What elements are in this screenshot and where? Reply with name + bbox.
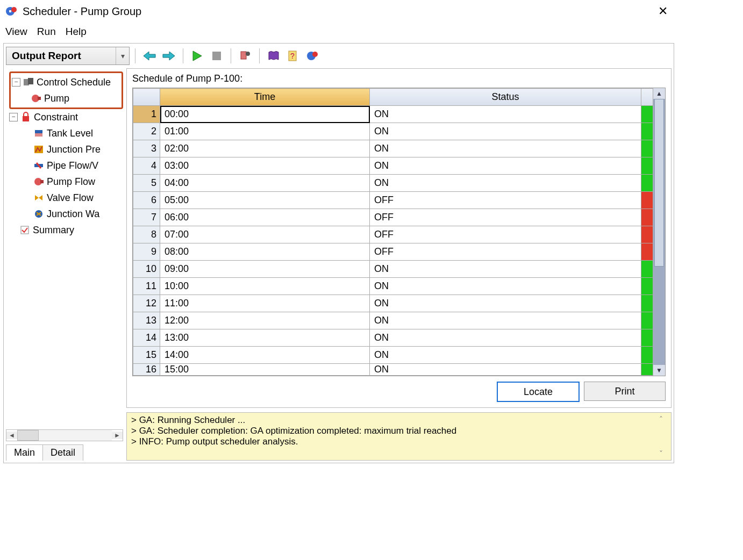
scroll-left-icon[interactable]: ◄ bbox=[6, 432, 17, 439]
row-number[interactable]: 6 bbox=[133, 192, 160, 209]
menu-run[interactable]: Run bbox=[37, 26, 56, 38]
table-row[interactable]: 706:00OFF bbox=[133, 209, 653, 226]
table-row[interactable]: 1211:00ON bbox=[133, 295, 653, 312]
print-button[interactable]: Print bbox=[584, 382, 666, 401]
scroll-right-icon[interactable]: ► bbox=[112, 432, 123, 439]
cell-status[interactable]: OFF bbox=[370, 243, 641, 261]
scroll-down-icon[interactable]: ▼ bbox=[653, 365, 665, 376]
cell-status[interactable]: ON bbox=[370, 261, 641, 278]
menu-help[interactable]: Help bbox=[66, 26, 87, 38]
forward-button[interactable] bbox=[160, 47, 177, 64]
cell-time[interactable]: 05:00 bbox=[160, 192, 370, 209]
table-row[interactable]: 807:00OFF bbox=[133, 226, 653, 243]
cell-time[interactable]: 12:00 bbox=[160, 312, 370, 329]
table-row[interactable]: 504:00ON bbox=[133, 175, 653, 192]
tree-item-valve-flow[interactable]: Valve Flow bbox=[9, 190, 123, 206]
schedule-grid[interactable]: Time Status 100:00ON201:00ON302:00ON403:… bbox=[133, 88, 653, 376]
table-row[interactable]: 1615:00ON bbox=[133, 364, 653, 376]
scroll-up-icon[interactable]: ˄ bbox=[659, 415, 663, 423]
cell-time[interactable]: 14:00 bbox=[160, 347, 370, 364]
cell-time[interactable]: 11:00 bbox=[160, 295, 370, 312]
scroll-down-icon[interactable]: ˅ bbox=[659, 449, 663, 458]
collapse-icon[interactable]: − bbox=[12, 78, 20, 87]
tree-item-pipe-flow[interactable]: Pipe Flow/V bbox=[9, 157, 123, 174]
collapse-icon[interactable]: − bbox=[9, 113, 18, 121]
cell-time[interactable]: 06:00 bbox=[160, 209, 370, 226]
cell-time[interactable]: 01:00 bbox=[160, 123, 370, 140]
scheduler-icon-button[interactable] bbox=[304, 47, 321, 64]
cell-time[interactable]: 09:00 bbox=[160, 261, 370, 278]
row-number[interactable]: 14 bbox=[133, 329, 160, 347]
cell-status[interactable]: ON bbox=[370, 106, 641, 123]
row-number[interactable]: 9 bbox=[133, 243, 160, 261]
cell-status[interactable]: OFF bbox=[370, 226, 641, 243]
table-row[interactable]: 1413:00ON bbox=[133, 329, 653, 347]
tree-item-summary[interactable]: Summary bbox=[9, 222, 123, 238]
scroll-thumb[interactable] bbox=[654, 99, 664, 267]
row-number[interactable]: 7 bbox=[133, 209, 160, 226]
table-row[interactable]: 1514:00ON bbox=[133, 347, 653, 364]
table-row[interactable]: 1110:00ON bbox=[133, 278, 653, 295]
cell-status[interactable]: ON bbox=[370, 157, 641, 175]
row-number[interactable]: 3 bbox=[133, 140, 160, 157]
cell-status[interactable]: ON bbox=[370, 295, 641, 312]
row-number[interactable]: 15 bbox=[133, 347, 160, 364]
grid-v-scrollbar[interactable]: ▲ ▼ bbox=[653, 88, 665, 376]
col-header-time[interactable]: Time bbox=[160, 89, 370, 106]
scroll-thumb[interactable] bbox=[17, 430, 39, 441]
row-number[interactable]: 16 bbox=[133, 364, 160, 376]
cell-time[interactable]: 15:00 bbox=[160, 364, 370, 376]
cell-status[interactable]: ON bbox=[370, 329, 641, 347]
cell-status[interactable]: ON bbox=[370, 312, 641, 329]
table-row[interactable]: 100:00ON bbox=[133, 106, 653, 123]
help-question-button[interactable]: ? bbox=[284, 47, 302, 64]
cell-status[interactable]: ON bbox=[370, 140, 641, 157]
tree-item-control-schedules[interactable]: − Control Schedule bbox=[12, 74, 120, 90]
close-button[interactable]: ✕ bbox=[654, 4, 672, 18]
tree-item-junction-water[interactable]: Junction Wa bbox=[9, 206, 123, 222]
menu-view[interactable]: View bbox=[5, 26, 27, 38]
table-row[interactable]: 201:00ON bbox=[133, 123, 653, 140]
log-v-scrollbar[interactable]: ˄ ˅ bbox=[655, 415, 667, 458]
scroll-up-icon[interactable]: ▲ bbox=[653, 88, 665, 99]
cell-time[interactable]: 08:00 bbox=[160, 243, 370, 261]
stop-button[interactable] bbox=[208, 47, 225, 64]
cell-time[interactable]: 00:00 bbox=[160, 106, 370, 123]
cell-status[interactable]: ON bbox=[370, 175, 641, 192]
row-number[interactable]: 11 bbox=[133, 278, 160, 295]
cell-status[interactable]: OFF bbox=[370, 192, 641, 209]
tree-item-constraint[interactable]: − Constraint bbox=[9, 109, 123, 125]
cell-status[interactable]: ON bbox=[370, 278, 641, 295]
table-row[interactable]: 908:00OFF bbox=[133, 243, 653, 261]
tab-main[interactable]: Main bbox=[6, 444, 43, 461]
help-book-button[interactable] bbox=[265, 47, 282, 64]
row-number[interactable]: 1 bbox=[133, 106, 160, 123]
tree-item-pump[interactable]: Pump bbox=[12, 90, 120, 106]
table-row[interactable]: 403:00ON bbox=[133, 157, 653, 175]
tab-detail[interactable]: Detail bbox=[42, 444, 83, 461]
tree-view[interactable]: − Control Schedule Pump − Constraint bbox=[6, 68, 123, 429]
cell-time[interactable]: 13:00 bbox=[160, 329, 370, 347]
cell-status[interactable]: ON bbox=[370, 364, 641, 376]
tree-item-pump-flow[interactable]: Pump Flow bbox=[9, 174, 123, 190]
tree-item-tank-level[interactable]: Tank Level bbox=[9, 125, 123, 141]
row-number[interactable]: 8 bbox=[133, 226, 160, 243]
table-row[interactable]: 1009:00ON bbox=[133, 261, 653, 278]
table-row[interactable]: 605:00OFF bbox=[133, 192, 653, 209]
back-button[interactable] bbox=[141, 47, 158, 64]
row-number[interactable]: 12 bbox=[133, 295, 160, 312]
cell-time[interactable]: 04:00 bbox=[160, 175, 370, 192]
col-header-status[interactable]: Status bbox=[370, 89, 641, 106]
table-row[interactable]: 302:00ON bbox=[133, 140, 653, 157]
report-combo[interactable]: Output Report ▾ bbox=[6, 47, 130, 65]
row-number[interactable]: 5 bbox=[133, 175, 160, 192]
cell-time[interactable]: 02:00 bbox=[160, 140, 370, 157]
row-number[interactable]: 4 bbox=[133, 157, 160, 175]
cell-time[interactable]: 10:00 bbox=[160, 278, 370, 295]
cell-status[interactable]: ON bbox=[370, 347, 641, 364]
options-button[interactable] bbox=[237, 47, 254, 64]
table-row[interactable]: 1312:00ON bbox=[133, 312, 653, 329]
run-button[interactable] bbox=[189, 47, 206, 64]
cell-time[interactable]: 07:00 bbox=[160, 226, 370, 243]
row-number[interactable]: 13 bbox=[133, 312, 160, 329]
